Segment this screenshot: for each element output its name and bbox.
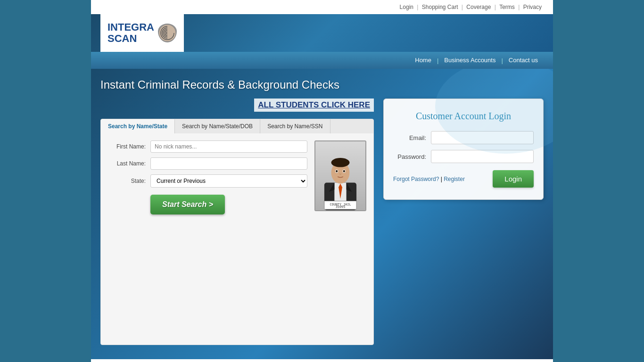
top-bar: Login | Shopping Cart | Coverage | Terms…	[91, 0, 553, 14]
tab-name-state[interactable]: Search by Name/State	[101, 119, 175, 133]
svg-point-0	[159, 25, 176, 41]
search-form-body: First Name: Last Name: State: Current o	[101, 133, 373, 222]
search-tabs: Search by Name/State Search by Name/Stat…	[101, 119, 373, 133]
first-name-row: First Name:	[108, 140, 307, 153]
hero-title: Instant Criminal Records & Background Ch…	[100, 78, 544, 91]
logo-area: INTEGRA SCAN	[100, 14, 184, 52]
tab-name-state-dob[interactable]: Search by Name/State/DOB	[175, 119, 260, 133]
state-label: State:	[108, 178, 150, 184]
search-panel: Search by Name/State Search by Name/Stat…	[100, 119, 374, 345]
sep1: |	[417, 4, 418, 10]
last-name-label: Last Name:	[108, 160, 150, 167]
nav-contact[interactable]: Contact us	[503, 52, 544, 69]
logo-line1: INTEGRA	[107, 21, 154, 33]
login-panel: Customer Account Login Email: Password: …	[383, 99, 544, 200]
password-label: Password:	[393, 153, 431, 160]
nav-bar: Home | Business Accounts | Contact us	[91, 52, 553, 69]
nav-home[interactable]: Home	[409, 52, 437, 69]
privacy-link[interactable]: Privacy	[523, 4, 542, 10]
register-link[interactable]: Register	[444, 176, 465, 182]
terms-link[interactable]: Terms	[499, 4, 515, 10]
students-link[interactable]: ALL STUDENTS CLICK HERE	[254, 99, 374, 112]
main-content: Our Background Checks Include: Instant r…	[91, 359, 553, 362]
state-select[interactable]: Current or Previous Alabama Alaska Arizo…	[150, 174, 307, 188]
nav-business[interactable]: Business Accounts	[438, 52, 501, 69]
svg-text:35095: 35095	[336, 205, 345, 209]
svg-point-9	[331, 158, 350, 167]
logo-line2: SCAN	[107, 33, 137, 44]
cart-link[interactable]: Shopping Cart	[422, 4, 458, 10]
svg-point-12	[336, 170, 338, 173]
search-button[interactable]: Start Search >	[150, 195, 225, 214]
login-footer: Forgot Password? | Register Login	[393, 170, 534, 188]
logo-text: INTEGRA SCAN	[107, 22, 154, 44]
coverage-link[interactable]: Coverage	[466, 4, 491, 10]
email-input[interactable]	[431, 131, 534, 144]
last-name-row: Last Name:	[108, 157, 307, 170]
last-name-input[interactable]	[150, 157, 307, 170]
password-input[interactable]	[431, 150, 534, 163]
login-link[interactable]: Login	[400, 4, 413, 10]
sep4: |	[518, 4, 520, 10]
search-fields: First Name: Last Name: State: Current o	[108, 140, 307, 214]
email-row: Email:	[393, 131, 534, 144]
login-button[interactable]: Login	[493, 170, 534, 188]
login-links: Forgot Password? | Register	[393, 176, 465, 182]
first-name-input[interactable]	[150, 140, 307, 153]
forgot-password-link[interactable]: Forgot Password?	[393, 176, 439, 182]
header: INTEGRA SCAN	[91, 14, 553, 52]
fingerprint-icon	[158, 24, 177, 42]
sep2: |	[462, 4, 463, 10]
first-name-label: First Name:	[108, 143, 150, 150]
svg-point-13	[343, 170, 345, 173]
email-label: Email:	[393, 134, 431, 141]
mugshot-image: COUNTY JAIL 35095	[314, 140, 366, 211]
hero-section: Instant Criminal Records & Background Ch…	[91, 69, 553, 359]
state-row: State: Current or Previous Alabama Alask…	[108, 174, 307, 188]
tab-name-ssn[interactable]: Search by Name/SSN	[260, 119, 330, 133]
password-row: Password:	[393, 150, 534, 163]
login-title: Customer Account Login	[393, 111, 534, 122]
sep3: |	[495, 4, 496, 10]
